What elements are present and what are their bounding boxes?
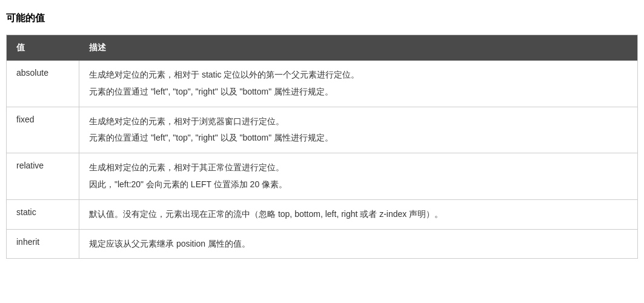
- desc-line: 生成绝对定位的元素，相对于 static 定位以外的第一个父元素进行定位。: [89, 68, 628, 82]
- desc-line: 生成相对定位的元素，相对于其正常位置进行定位。: [89, 161, 628, 175]
- desc-line: 因此，"left:20" 会向元素的 LEFT 位置添加 20 像素。: [89, 178, 628, 192]
- col-header-value: 值: [7, 35, 79, 61]
- desc-line: 规定应该从父元素继承 position 属性的值。: [89, 237, 628, 251]
- cell-description: 规定应该从父元素继承 position 属性的值。: [79, 229, 638, 259]
- table-row: relative生成相对定位的元素，相对于其正常位置进行定位。因此，"left:…: [7, 153, 638, 200]
- desc-line: 生成绝对定位的元素，相对于浏览器窗口进行定位。: [89, 115, 628, 129]
- table-row: fixed生成绝对定位的元素，相对于浏览器窗口进行定位。元素的位置通过 "lef…: [7, 107, 638, 153]
- table-row: absolute生成绝对定位的元素，相对于 static 定位以外的第一个父元素…: [7, 61, 638, 107]
- desc-line: 元素的位置通过 "left", "top", "right" 以及 "botto…: [89, 85, 628, 99]
- desc-line: 元素的位置通过 "left", "top", "right" 以及 "botto…: [89, 131, 628, 145]
- table-header-row: 值 描述: [7, 35, 638, 61]
- cell-description: 默认值。没有定位，元素出现在正常的流中（忽略 top, bottom, left…: [79, 199, 638, 229]
- page-title: 可能的值: [6, 12, 638, 25]
- cell-value: inherit: [7, 229, 79, 259]
- table-row: static默认值。没有定位，元素出现在正常的流中（忽略 top, bottom…: [7, 199, 638, 229]
- cell-value: relative: [7, 153, 79, 200]
- desc-line: 默认值。没有定位，元素出现在正常的流中（忽略 top, bottom, left…: [89, 207, 628, 222]
- col-header-description: 描述: [79, 35, 638, 61]
- cell-description: 生成绝对定位的元素，相对于 static 定位以外的第一个父元素进行定位。元素的…: [79, 61, 638, 107]
- cell-description: 生成绝对定位的元素，相对于浏览器窗口进行定位。元素的位置通过 "left", "…: [79, 107, 638, 153]
- cell-value: fixed: [7, 107, 79, 153]
- cell-value: absolute: [7, 61, 79, 107]
- values-table: 值 描述 absolute生成绝对定位的元素，相对于 static 定位以外的第…: [6, 35, 638, 259]
- cell-description: 生成相对定位的元素，相对于其正常位置进行定位。因此，"left:20" 会向元素…: [79, 153, 638, 200]
- cell-value: static: [7, 199, 79, 229]
- table-row: inherit规定应该从父元素继承 position 属性的值。: [7, 229, 638, 259]
